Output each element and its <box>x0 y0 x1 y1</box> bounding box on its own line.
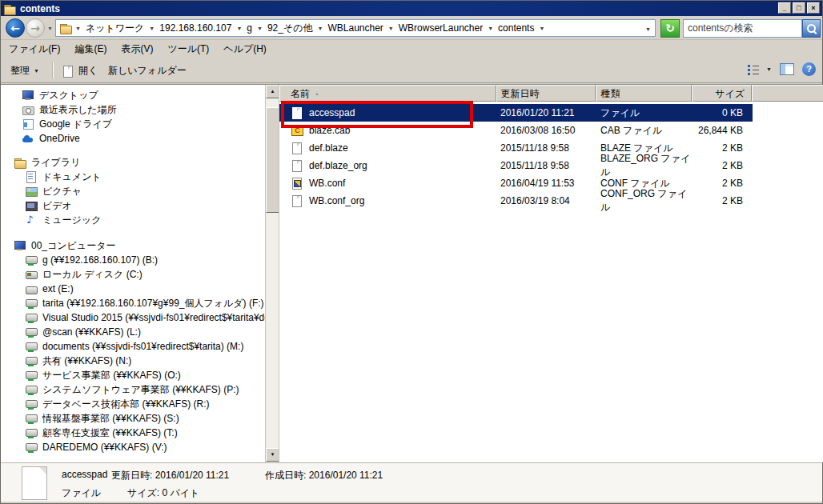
sidebar-item-pictures[interactable]: ピクチャ <box>1 184 265 198</box>
search-input[interactable]: contentsの検索 <box>683 19 802 38</box>
search-button[interactable] <box>802 19 821 38</box>
sidebar-item-drive-r[interactable]: データベース技術本部 (¥¥KKAFS) (R:) <box>1 397 265 411</box>
sidebar-item-documents[interactable]: ドキュメント <box>1 170 265 184</box>
documents-icon <box>25 170 38 183</box>
sidebar-item-drive-o[interactable]: サービス事業部 (¥¥KKAFS) (O:) <box>1 368 265 382</box>
minimize-button[interactable]: _ <box>778 2 791 14</box>
file-row-blaze-cab[interactable]: blaze.cab 2016/03/08 16:50 CAB ファイル 26,8… <box>279 122 823 139</box>
refresh-button[interactable]: ↻ <box>660 19 680 38</box>
breadcrumb-host[interactable]: 192.168.160.107 <box>158 22 233 34</box>
sidebar-item-drive-vs[interactable]: Visual Studio 2015 (¥¥ssjvdi-fs01¥redire… <box>1 310 265 325</box>
organize-button[interactable]: 整理 ▼ <box>6 62 44 79</box>
sidebar-item-onedrive[interactable]: OneDrive <box>1 131 265 146</box>
sidebar-item-drive-b[interactable]: g (¥¥192.168.160.107) (B:) <box>1 253 265 267</box>
preview-pane-icon[interactable] <box>780 63 794 75</box>
column-header-modified[interactable]: 更新日時 <box>496 85 596 102</box>
network-drive-icon <box>25 369 38 382</box>
details-file-type: ファイル <box>62 486 101 500</box>
breadcrumb-arrow-icon[interactable]: ▼ <box>484 26 496 31</box>
file-type: BLAZE_ORG ファイル <box>596 152 693 179</box>
column-header-type[interactable]: 種類 <box>596 85 692 102</box>
menu-view[interactable]: 表示(V) <box>118 41 164 58</box>
sidebar-item-google-drive[interactable]: Google ドライブ <box>1 117 265 131</box>
breadcrumb-arrow-icon[interactable]: ▼ <box>254 26 266 31</box>
column-header-size[interactable]: サイズ <box>692 85 752 102</box>
breadcrumb-92-sonota[interactable]: 92_その他 <box>266 22 315 35</box>
sidebar-item-desktop[interactable]: デスクトップ <box>1 88 265 102</box>
address-dropdown-icon[interactable]: ▼ <box>645 26 651 32</box>
sidebar-item-computer[interactable]: 00_コンピューター <box>1 238 265 253</box>
breadcrumb-arrow-icon[interactable]: ▼ <box>233 26 245 31</box>
file-size: 2 KB <box>693 142 753 154</box>
new-folder-button[interactable]: 新しいフォルダー <box>103 62 191 79</box>
open-button[interactable]: 開く <box>57 62 102 79</box>
sort-ascending-icon: ▲ <box>315 91 319 96</box>
breadcrumb-wbrowserlauncher[interactable]: WBrowserLauncher <box>397 22 484 34</box>
help-icon[interactable]: ? <box>802 62 816 76</box>
scroll-down-icon[interactable]: ▼ <box>266 448 279 462</box>
sidebar-item-drive-e[interactable]: ext (E:) <box>1 282 265 296</box>
sidebar-item-music[interactable]: ミュージック <box>1 213 265 227</box>
sidebar-item-recent-places[interactable]: 最近表示した場所 <box>1 102 265 117</box>
file-row-def-blaze-org[interactable]: def.blaze_org 2015/11/18 9:58 BLAZE_ORG … <box>279 157 823 174</box>
breadcrumb-arrow-icon[interactable]: ▼ <box>536 26 548 31</box>
forward-button[interactable]: → <box>26 18 45 38</box>
search-placeholder: contentsの検索 <box>688 22 753 34</box>
tree-scrollbar[interactable]: ▲ ▼ <box>265 85 279 462</box>
sidebar-label: @scan (¥¥KKAFS) (L:) <box>42 326 141 338</box>
file-row-def-blaze[interactable]: def.blaze 2015/11/18 9:58 BLAZE ファイル 2 K… <box>279 139 823 157</box>
titlebar[interactable]: contents _ □ × <box>1 1 822 16</box>
back-button[interactable]: ← <box>6 18 25 38</box>
close-button[interactable]: × <box>807 2 820 14</box>
network-drive-icon <box>25 383 38 396</box>
column-header-name[interactable]: 名前▲ <box>279 85 496 102</box>
column-header-blank[interactable] <box>752 85 823 102</box>
organize-label: 整理 <box>10 64 30 78</box>
sidebar-item-drive-s[interactable]: 情報基盤事業部 (¥¥KKAFS) (S:) <box>1 411 265 426</box>
details-size-label: サイズ: <box>127 487 159 498</box>
file-size: 26,844 KB <box>693 125 753 136</box>
sidebar-item-drive-p[interactable]: システムソフトウェア事業部 (¥¥KKAFS) (P:) <box>1 382 265 397</box>
menu-tools[interactable]: ツール(T) <box>164 41 220 58</box>
scroll-up-icon[interactable]: ▲ <box>266 85 279 98</box>
breadcrumb-g[interactable]: g <box>245 22 254 34</box>
sidebar-item-drive-t[interactable]: 顧客専任支援室 (¥¥KKAFS) (T:) <box>1 426 265 440</box>
sidebar-item-drive-f[interactable]: tarita (¥¥192.168.160.107¥g¥99_個人フォルダ) (… <box>1 296 265 310</box>
sidebar-item-videos[interactable]: ビデオ <box>1 198 265 213</box>
sidebar-item-drive-c[interactable]: ローカル ディスク (C:) <box>1 267 265 282</box>
file-type: CAB ファイル <box>596 124 693 138</box>
breadcrumb-arrow-icon[interactable]: ▼ <box>146 26 158 31</box>
scrollbar-thumb[interactable] <box>266 107 279 213</box>
views-button[interactable]: ▼ <box>747 64 772 75</box>
desktop-icon <box>22 89 34 102</box>
sidebar-item-drive-l[interactable]: @scan (¥¥KKAFS) (L:) <box>1 325 265 339</box>
breadcrumb-arrow-icon[interactable]: ▼ <box>315 26 327 31</box>
address-bar[interactable]: ▼ ネットワーク ▼ 192.168.160.107 ▼ g ▼ 92_その他 … <box>55 19 656 37</box>
maximize-button[interactable]: □ <box>793 2 805 14</box>
breadcrumb-arrow-icon[interactable]: ▼ <box>385 26 397 31</box>
file-row-wb-conf-org[interactable]: WB.conf_org 2016/03/19 8:04 CONF_ORG ファイ… <box>279 192 823 210</box>
toolbar-right-group: ▼ ? <box>747 62 816 76</box>
page-icon <box>62 65 74 78</box>
breadcrumb-contents[interactable]: contents <box>496 22 536 34</box>
list-view-icon <box>747 64 760 75</box>
network-drive-icon <box>25 297 38 310</box>
sidebar-label: DAREDEMO (¥¥KKAFS) (V:) <box>42 442 167 453</box>
sidebar-item-drive-v[interactable]: DAREDEMO (¥¥KKAFS) (V:) <box>1 440 265 454</box>
file-row-wb-conf[interactable]: WB.conf 2016/04/19 11:53 CONF ファイル 2 KB <box>279 174 823 192</box>
sidebar-item-drive-m[interactable]: documents (¥¥ssjvdi-fs01¥redirect$¥tarit… <box>1 339 265 354</box>
menu-file[interactable]: ファイル(F) <box>6 41 71 58</box>
breadcrumb-network[interactable]: ネットワーク <box>84 22 146 35</box>
sidebar-item-drive-n[interactable]: 共有 (¥¥KKAFS) (N:) <box>1 354 265 368</box>
sidebar-item-libraries[interactable]: ライブラリ <box>1 155 265 170</box>
menu-help[interactable]: ヘルプ(H) <box>220 41 278 58</box>
file-row-accesspad[interactable]: accesspad 2016/01/20 11:21 ファイル 0 KB <box>279 104 823 122</box>
breadcrumb-arrow-icon[interactable]: ▼ <box>72 26 84 31</box>
local-disk-icon <box>25 268 38 281</box>
menu-edit[interactable]: 編集(E) <box>71 41 118 58</box>
sidebar-label: ミュージック <box>42 214 101 227</box>
file-name: def.blaze <box>309 142 348 154</box>
breadcrumb-wblauncher[interactable]: WBLauncher <box>326 22 384 34</box>
folder-tree: デスクトップ 最近表示した場所 Google ドライブ OneDrive ライブ… <box>1 85 265 462</box>
history-dropdown-icon[interactable]: ▼ <box>47 26 53 31</box>
